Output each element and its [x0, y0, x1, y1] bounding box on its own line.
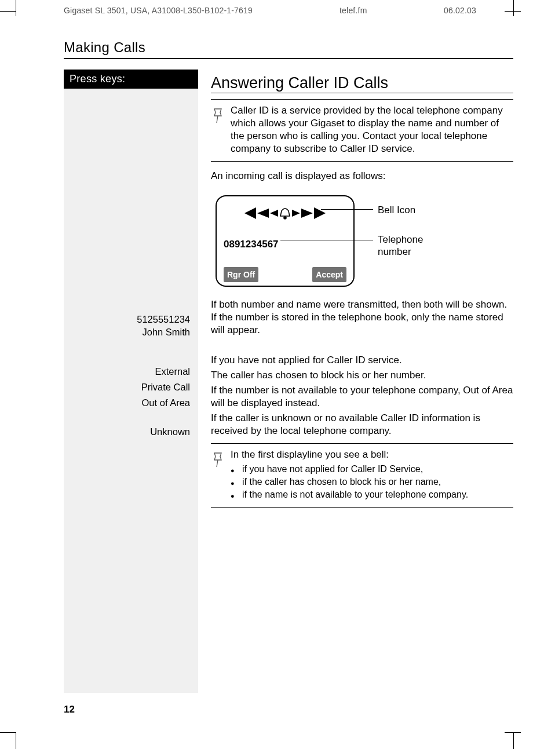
note-text: Caller ID is a service provided by the l…: [231, 104, 513, 155]
crop-mark: [16, 733, 16, 749]
svg-marker-1: [244, 207, 256, 219]
side-example-number: 5125551234: [137, 313, 190, 326]
side-label-unknown: Unknown: [150, 425, 190, 438]
callout-bell-icon: Bell Icon: [378, 204, 415, 216]
press-keys-label: Press keys:: [64, 70, 198, 89]
note2-bullet: if you have not applied for Caller ID Se…: [231, 463, 513, 475]
body: Press keys: 5125551234 John Smith Extern…: [64, 70, 513, 693]
callout-telephone-number: Telephone number: [378, 233, 423, 258]
page-number: 12: [64, 704, 75, 715]
svg-marker-2: [257, 209, 269, 218]
desc-external: If you have not applied for Caller ID se…: [211, 354, 513, 367]
crop-mark: [16, 0, 16, 16]
crop-mark: [513, 0, 514, 16]
svg-marker-5: [301, 209, 313, 218]
note2-bullet: if the name is not available to your tel…: [231, 489, 513, 501]
desc-private: The caller has chosen to block his or he…: [211, 369, 513, 382]
side-label-outofarea: Out of Area: [142, 396, 190, 409]
runhead-center: telef.fm: [339, 6, 444, 15]
runhead-right: 06.02.03: [444, 6, 513, 15]
crop-mark: [505, 732, 521, 733]
runhead-left: Gigaset SL 3501, USA, A31008-L350-B102-1…: [64, 6, 339, 15]
leader-line: [280, 240, 373, 240]
crop-mark: [513, 733, 514, 749]
heading: Answering Caller ID Calls: [211, 76, 513, 93]
bell-animation-icon: [224, 204, 346, 222]
side-label-private: Private Call: [141, 381, 190, 393]
side-label-external: External: [155, 365, 190, 378]
softkey-rgr-off: Rgr Off: [224, 267, 258, 282]
callout-tel-l1: Telephone: [378, 234, 423, 245]
intro-text: An incoming call is displayed as follows…: [211, 170, 513, 182]
para-both-shown: If both number and name were transmitted…: [211, 298, 513, 337]
softkey-accept: Accept: [312, 267, 346, 282]
side-example: 5125551234 John Smith: [137, 313, 190, 338]
page: Gigaset SL 3501, USA, A31008-L350-B102-1…: [64, 6, 513, 693]
note2-lead: In the first displayline you see a bell:: [231, 448, 513, 461]
note2-bullet: if the caller has chosen to block his or…: [231, 476, 513, 488]
svg-marker-3: [270, 210, 278, 217]
crop-mark: [0, 11, 16, 12]
note2-bullets: if you have not applied for Caller ID Se…: [231, 463, 513, 501]
callout-tel-l2: number: [378, 246, 411, 257]
note-callerid-info: Caller ID is a service provided by the l…: [211, 99, 513, 162]
svg-point-7: [284, 217, 286, 219]
pushpin-icon: [211, 104, 231, 155]
svg-marker-6: [292, 210, 300, 217]
svg-line-8: [217, 460, 218, 467]
note-bell-cases: In the first displayline you see a bell:…: [211, 443, 513, 508]
sidebar: Press keys: 5125551234 John Smith Extern…: [64, 70, 198, 693]
svg-line-0: [217, 116, 218, 123]
content: Answering Caller ID Calls Caller ID is a…: [198, 70, 513, 693]
desc-unknown: If the caller is unknown or no available…: [211, 412, 513, 437]
desc-outofarea: If the number is not available to your t…: [211, 384, 513, 410]
running-head: Gigaset SL 3501, USA, A31008-L350-B102-1…: [64, 6, 513, 15]
leader-line: [321, 209, 373, 210]
pushpin-icon: [211, 448, 231, 502]
side-example-name: John Smith: [137, 326, 190, 338]
crop-mark: [0, 732, 16, 733]
display-illustration: 0891234567 Rgr Off Accept Bell Icon Tele…: [211, 195, 513, 294]
section-title: Making Calls: [64, 39, 513, 59]
